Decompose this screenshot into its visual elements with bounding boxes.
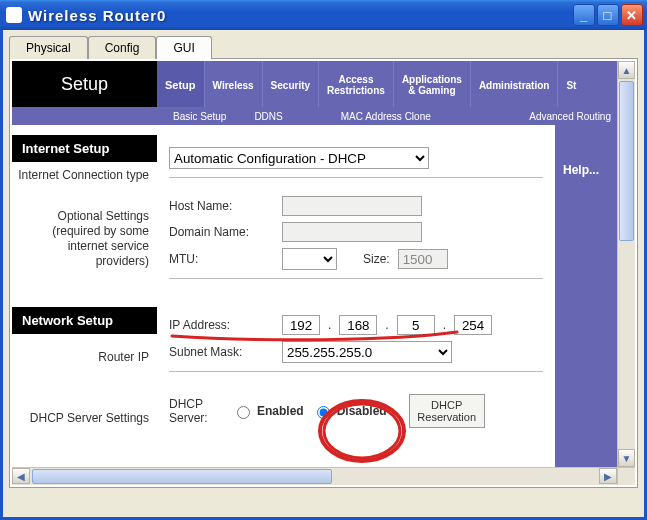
radio-disabled-wrap[interactable]: Disabled <box>312 403 387 419</box>
nav-setup[interactable]: Setup <box>157 61 205 107</box>
scrollbar-thumb-h[interactable] <box>32 469 332 484</box>
tab-gui[interactable]: GUI <box>156 36 211 59</box>
nav-security[interactable]: Security <box>263 61 319 107</box>
page-title: Setup <box>12 61 157 107</box>
nav-apps[interactable]: Applications & Gaming <box>394 61 471 107</box>
label-dhcp-settings: DHCP Server Settings <box>12 405 157 426</box>
client-area: Physical Config GUI Setup Setup Wireless… <box>0 30 647 520</box>
vertical-scrollbar[interactable]: ▲ ▼ <box>617 61 635 467</box>
nav-wireless[interactable]: Wireless <box>205 61 263 107</box>
tab-config[interactable]: Config <box>88 36 157 59</box>
scrollbar-corner <box>617 467 635 485</box>
button-dhcp-reservation[interactable]: DHCP Reservation <box>409 394 485 428</box>
window-title: Wireless Router0 <box>28 7 573 24</box>
main-nav: Setup Wireless Security Access Restricti… <box>157 61 635 107</box>
select-conn-type[interactable]: Automatic Configuration - DHCP <box>169 147 429 169</box>
input-ip-4[interactable] <box>454 315 492 335</box>
scroll-up-icon[interactable]: ▲ <box>618 61 635 79</box>
radio-disabled[interactable] <box>317 406 330 419</box>
scroll-right-icon[interactable]: ▶ <box>599 468 617 484</box>
radio-enabled[interactable] <box>237 406 250 419</box>
label-enabled: Enabled <box>257 404 304 418</box>
label-optional: Optional Settings (required by some inte… <box>12 203 157 269</box>
subnav-advrouting[interactable]: Advanced Routing <box>519 111 629 122</box>
nav-access[interactable]: Access Restrictions <box>319 61 394 107</box>
radio-enabled-wrap[interactable]: Enabled <box>232 403 304 419</box>
subnav-ddns[interactable]: DDNS <box>244 111 300 122</box>
title-bar: Wireless Router0 _ □ ✕ <box>0 0 647 30</box>
scroll-down-icon[interactable]: ▼ <box>618 449 635 467</box>
input-hostname[interactable] <box>282 196 422 216</box>
subnav-mac[interactable]: MAC Address Clone <box>301 111 449 122</box>
label-conn-type: Internet Connection type <box>12 162 157 183</box>
tab-panel: Setup Setup Wireless Security Access Res… <box>9 58 638 488</box>
window-buttons: _ □ ✕ <box>573 4 643 26</box>
body-grid: Internet Setup Internet Connection type … <box>12 125 635 467</box>
section-network-setup: Network Setup <box>12 307 157 334</box>
input-domain[interactable] <box>282 222 422 242</box>
label-router-ip: Router IP <box>12 344 157 365</box>
subnav-basic[interactable]: Basic Setup <box>163 111 244 122</box>
router-header: Setup Setup Wireless Security Access Res… <box>12 61 635 107</box>
sub-nav: Basic Setup DDNS MAC Address Clone Advan… <box>12 107 635 125</box>
label-dhcp-server: DHCP Server: <box>169 397 224 425</box>
horizontal-scrollbar[interactable]: ◀ ▶ <box>12 467 617 485</box>
router-gui: Setup Setup Wireless Security Access Res… <box>12 61 635 485</box>
label-domain: Domain Name: <box>169 225 274 239</box>
label-mtu: MTU: <box>169 252 274 266</box>
tab-physical[interactable]: Physical <box>9 36 88 59</box>
nav-status[interactable]: St <box>558 61 584 107</box>
input-ip-3[interactable] <box>397 315 435 335</box>
scroll-left-icon[interactable]: ◀ <box>12 468 30 484</box>
label-ip: IP Address: <box>169 318 274 332</box>
input-ip-1[interactable] <box>282 315 320 335</box>
select-subnet[interactable]: 255.255.255.0 <box>282 341 452 363</box>
scrollbar-thumb-v[interactable] <box>619 81 634 241</box>
label-disabled: Disabled <box>337 404 387 418</box>
input-size[interactable] <box>398 249 448 269</box>
select-mtu[interactable] <box>282 248 337 270</box>
section-internet-setup: Internet Setup <box>12 135 157 162</box>
center-column: Automatic Configuration - DHCP Host Name… <box>157 125 555 467</box>
nav-admin[interactable]: Administration <box>471 61 559 107</box>
tab-row: Physical Config GUI <box>9 36 638 59</box>
left-column: Internet Setup Internet Connection type … <box>12 125 157 467</box>
close-button[interactable]: ✕ <box>621 4 643 26</box>
minimize-button[interactable]: _ <box>573 4 595 26</box>
label-subnet: Subnet Mask: <box>169 345 274 359</box>
input-ip-2[interactable] <box>339 315 377 335</box>
maximize-button[interactable]: □ <box>597 4 619 26</box>
label-hostname: Host Name: <box>169 199 274 213</box>
label-size: Size: <box>363 252 390 266</box>
app-icon <box>6 7 22 23</box>
